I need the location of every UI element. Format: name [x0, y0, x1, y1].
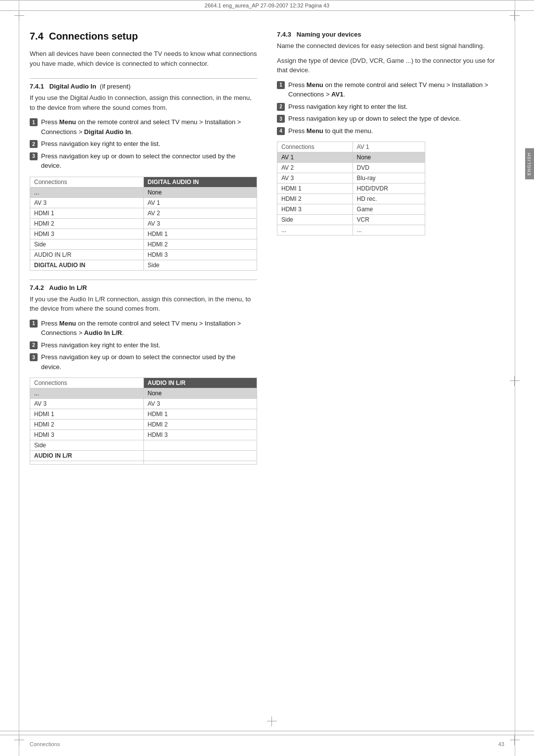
table-741-col2: DIGITAL AUDIO IN	[143, 177, 257, 187]
left-column: 7.4 Connections setup When all devices h…	[30, 31, 257, 473]
step-num-1: 1	[30, 320, 38, 328]
subsection-743-desc2: Assign the type of device (DVD, VCR, Gam…	[277, 56, 504, 75]
table-row: HDMI 2 HD rec.	[277, 194, 425, 204]
step-num-1: 1	[30, 118, 38, 126]
page-header: 2664.1 eng_aurea_AP 27-09-2007 12:32 Pag…	[0, 0, 534, 11]
step-742-3: 3 Press navigation key up or down to sel…	[30, 352, 257, 372]
table-row: AV 3 Blu-ray	[277, 173, 425, 184]
step-text-1: Press Menu on the remote control and sel…	[41, 117, 257, 137]
step-num-4: 4	[277, 127, 285, 135]
step-741-3: 3 Press navigation key up or down to sel…	[30, 151, 257, 171]
table-743: Connections AV 1 AV 1 None AV 2 DVD AV 3…	[277, 142, 425, 236]
step-text-3: Press navigation key up or down to selec…	[41, 151, 257, 171]
divider-741	[30, 78, 257, 79]
step-num-2: 2	[30, 140, 38, 148]
table-row: HDMI 1 AV 2	[30, 208, 257, 218]
table-row: HDMI 3 HDMI 3	[30, 430, 257, 440]
subsection-741-desc: If you use the Digital Audio In connecti…	[30, 93, 257, 112]
step-743-1: 1 Press Menu on the remote control and s…	[277, 80, 504, 99]
bottom-line-2	[0, 735, 534, 735]
table-742-col2: AUDIO IN L/R	[143, 378, 257, 388]
subsection-741-title: 7.4.1 Digital Audio In (if present)	[30, 83, 257, 90]
step-text-2: Press navigation key right to enter the …	[41, 139, 257, 149]
subsection-742-title: 7.4.2 Audio In L/R	[30, 284, 257, 291]
table-row: ... ...	[277, 225, 425, 236]
section-title: 7.4 Connections setup	[30, 31, 257, 42]
step-741-1: 1 Press Menu on the remote control and s…	[30, 117, 257, 137]
section-intro: When all devices have been connected the…	[30, 49, 257, 68]
page-content: 7.4 Connections setup When all devices h…	[0, 11, 534, 473]
table-row: AV 3 AV 3	[30, 399, 257, 409]
table-row: ... None	[30, 187, 257, 197]
table-row: HDMI 3 HDMI 1	[30, 229, 257, 239]
crosshair-bottom-right	[510, 735, 520, 745]
footer-left: Connections	[30, 741, 60, 747]
crosshair-mid-right	[510, 376, 520, 386]
table-742-col1: Connections	[30, 378, 144, 388]
table-row: HDMI 1 HDD/DVDR	[277, 184, 425, 194]
step-text-2: Press navigation key right to enter the …	[41, 340, 257, 350]
subsection-743-title: 7.4.3 Naming your devices	[277, 31, 504, 38]
step-num-3: 3	[277, 115, 285, 123]
table-741-col1: Connections	[30, 177, 144, 187]
steps-742: 1 Press Menu on the remote control and s…	[30, 319, 257, 372]
crosshair-bottom-left	[14, 735, 24, 745]
step-num-2: 2	[277, 103, 285, 111]
table-742: Connections AUDIO IN L/R ... None AV 3 A…	[30, 378, 257, 465]
bottom-line-1	[0, 731, 534, 731]
step-text-3: Press navigation key up or down to selec…	[288, 114, 504, 124]
table-743-col1: Connections	[277, 142, 353, 152]
table-row: ... None	[30, 388, 257, 399]
right-column: 7.4.3 Naming your devices Name the conne…	[277, 31, 504, 473]
subsection-742-desc: If you use the Audio In L/R connection, …	[30, 294, 257, 314]
step-743-4: 4 Press Menu to quit the menu.	[277, 126, 504, 136]
table-row	[30, 461, 257, 465]
step-742-1: 1 Press Menu on the remote control and s…	[30, 319, 257, 338]
table-row: AV 2 DVD	[277, 163, 425, 173]
table-row: HDMI 2 HDMI 2	[30, 420, 257, 430]
side-tab-english: ENGLISH	[525, 148, 534, 180]
table-row: Side VCR	[277, 215, 425, 225]
steps-741: 1 Press Menu on the remote control and s…	[30, 117, 257, 171]
step-742-2: 2 Press navigation key right to enter th…	[30, 340, 257, 350]
step-743-2: 2 Press navigation key right to enter th…	[277, 102, 504, 112]
step-text-2: Press navigation key right to enter the …	[288, 102, 504, 112]
table-row: HDMI 2 AV 3	[30, 218, 257, 229]
step-num-3: 3	[30, 353, 38, 361]
table-row: Side HDMI 2	[30, 239, 257, 249]
table-row: HDMI 3 Game	[277, 204, 425, 215]
step-741-2: 2 Press navigation key right to enter th…	[30, 139, 257, 149]
table-row: Side	[30, 440, 257, 451]
page-footer: Connections 43	[30, 741, 504, 747]
table-743-col2: AV 1	[353, 142, 425, 152]
step-num-3: 3	[30, 152, 38, 160]
step-text-1: Press Menu on the remote control and sel…	[41, 319, 257, 338]
border-left	[19, 0, 19, 756]
subsection-743-desc1: Name the connected devices for easy sele…	[277, 41, 504, 51]
step-text-3: Press navigation key up or down to selec…	[41, 352, 257, 372]
crosshair-top-right	[510, 11, 520, 21]
step-743-3: 3 Press navigation key up or down to sel…	[277, 114, 504, 124]
step-num-1: 1	[277, 81, 285, 89]
step-num-2: 2	[30, 341, 38, 349]
table-row: AV 1 None	[277, 152, 425, 163]
crosshair-mid-bottom	[267, 716, 277, 726]
table-row: HDMI 1 HDMI 1	[30, 409, 257, 420]
steps-743: 1 Press Menu on the remote control and s…	[277, 80, 504, 136]
footer-right: 43	[498, 741, 504, 747]
divider-742	[30, 280, 257, 280]
step-text-4: Press Menu to quit the menu.	[288, 126, 504, 136]
crosshair-top-left	[14, 11, 24, 21]
table-row: AUDIO IN L/R HDMI 3	[30, 249, 257, 260]
table-row-selected-741: DIGITAL AUDIO IN Side	[30, 260, 257, 270]
step-text-1: Press Menu on the remote control and sel…	[288, 80, 504, 99]
table-row: AV 3 AV 1	[30, 197, 257, 208]
table-row-selected-742: AUDIO IN L/R	[30, 451, 257, 461]
table-741: Connections DIGITAL AUDIO IN ... None AV…	[30, 177, 257, 271]
header-text: 2664.1 eng_aurea_AP 27-09-2007 12:32 Pag…	[205, 2, 329, 8]
